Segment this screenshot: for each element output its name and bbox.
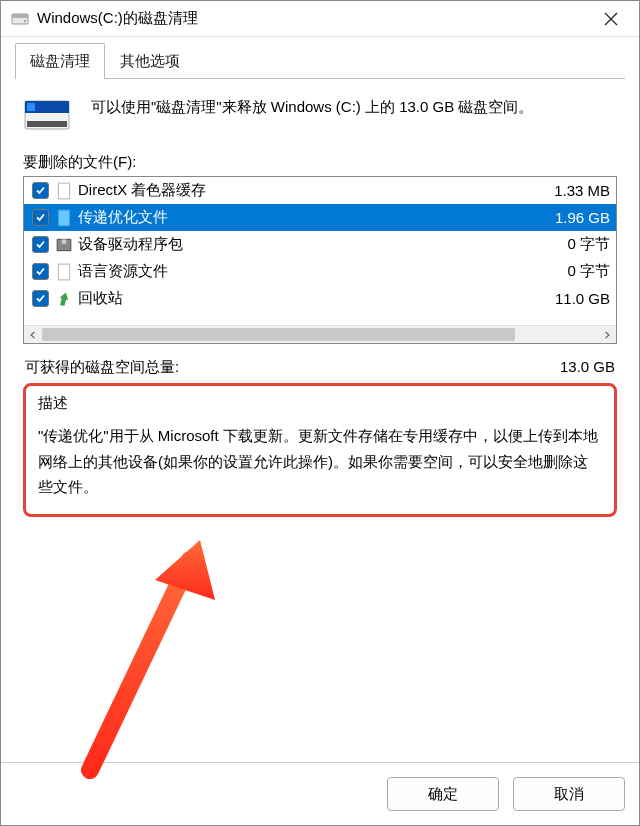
tabs-bar: 磁盘清理 其他选项 (15, 43, 625, 79)
file-size: 11.0 GB (547, 290, 610, 307)
file-row[interactable]: 回收站 11.0 GB (24, 285, 616, 312)
files-list[interactable]: DirectX 着色器缓存 1.33 MB 传递优化文件 1.96 GB 设备驱… (24, 177, 616, 325)
disk-cleanup-window: Windows(C:)的磁盘清理 磁盘清理 其他选项 可以使用"磁盘清理"来释放 (0, 0, 640, 826)
file-icon (55, 182, 73, 200)
checkbox[interactable] (32, 182, 49, 199)
drive-large-icon (23, 95, 71, 135)
svg-rect-6 (27, 121, 67, 127)
files-section-label: 要删除的文件(F): (23, 153, 617, 172)
file-name: 传递优化文件 (78, 208, 547, 227)
scroll-left-button[interactable] (24, 326, 42, 343)
file-name: 语言资源文件 (78, 262, 559, 281)
recycle-icon (55, 290, 73, 308)
drive-icon (11, 10, 29, 28)
horizontal-scrollbar[interactable] (24, 325, 616, 343)
file-name: 回收站 (78, 289, 547, 308)
svg-rect-10 (62, 239, 67, 244)
close-button[interactable] (591, 3, 631, 35)
total-space-value: 13.0 GB (560, 358, 615, 377)
package-icon (55, 236, 73, 254)
checkbox[interactable] (32, 236, 49, 253)
description-title: 描述 (38, 394, 602, 413)
file-size: 1.33 MB (546, 182, 610, 199)
file-size: 0 字节 (559, 262, 610, 281)
scroll-thumb[interactable] (42, 328, 515, 341)
file-row[interactable]: 语言资源文件 0 字节 (24, 258, 616, 285)
files-list-box: DirectX 着色器缓存 1.33 MB 传递优化文件 1.96 GB 设备驱… (23, 176, 617, 344)
titlebar: Windows(C:)的磁盘清理 (1, 1, 639, 37)
svg-rect-11 (58, 264, 69, 280)
svg-point-2 (24, 20, 26, 22)
intro-text: 可以使用"磁盘清理"来释放 Windows (C:) 上的 13.0 GB 磁盘… (91, 95, 617, 119)
checkbox[interactable] (32, 290, 49, 307)
svg-rect-8 (58, 210, 69, 226)
file-blue-icon (55, 209, 73, 227)
description-body: "传递优化"用于从 Microsoft 下载更新。更新文件存储在专用缓存中，以便… (38, 423, 602, 500)
close-icon (604, 12, 618, 26)
file-size: 0 字节 (559, 235, 610, 254)
checkbox[interactable] (32, 209, 49, 226)
svg-rect-5 (27, 103, 35, 111)
svg-rect-1 (12, 14, 28, 18)
file-icon (55, 263, 73, 281)
tab-disk-cleanup[interactable]: 磁盘清理 (15, 43, 105, 79)
file-row[interactable]: 设备驱动程序包 0 字节 (24, 231, 616, 258)
checkbox[interactable] (32, 263, 49, 280)
cancel-button[interactable]: 取消 (513, 777, 625, 811)
ok-button[interactable]: 确定 (387, 777, 499, 811)
description-box: 描述 "传递优化"用于从 Microsoft 下载更新。更新文件存储在专用缓存中… (23, 383, 617, 517)
svg-rect-7 (58, 183, 69, 199)
dialog-footer: 确定 取消 (1, 762, 639, 825)
tab-more-options[interactable]: 其他选项 (105, 43, 195, 79)
total-space-label: 可获得的磁盘空间总量: (25, 358, 179, 377)
file-row[interactable]: DirectX 着色器缓存 1.33 MB (24, 177, 616, 204)
window-title: Windows(C:)的磁盘清理 (37, 9, 591, 28)
file-size: 1.96 GB (547, 209, 610, 226)
file-name: DirectX 着色器缓存 (78, 181, 546, 200)
file-name: 设备驱动程序包 (78, 235, 559, 254)
file-row[interactable]: 传递优化文件 1.96 GB (24, 204, 616, 231)
scroll-right-button[interactable] (598, 326, 616, 343)
